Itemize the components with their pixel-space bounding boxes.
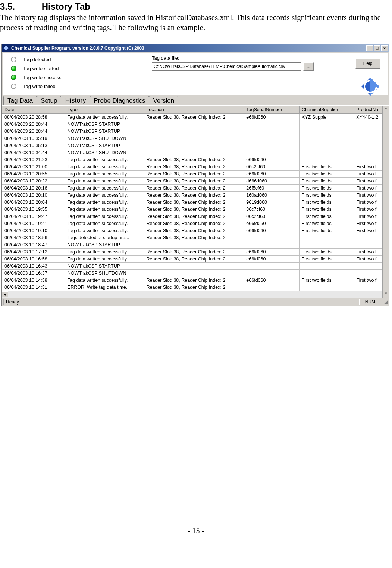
cell-loc: Reader Slot: 38, Reader Chip Index: 2 xyxy=(144,170,244,177)
cell-prod xyxy=(354,262,387,269)
cell-loc: Reader Slot: 38, Reader Chip Index: 2 xyxy=(144,234,244,241)
table-row[interactable]: 06/04/2003 10:21:00Tag data written succ… xyxy=(2,163,387,170)
status-led-icon xyxy=(11,75,16,80)
cell-prod: XY440-1.2 xyxy=(354,113,387,121)
scroll-left-icon[interactable]: ◄ xyxy=(2,291,8,297)
cell-date: 06/04/2003 10:16:43 xyxy=(2,262,65,269)
table-row[interactable]: 06/04/2003 10:14:31ERROR: Write tag data… xyxy=(2,284,387,291)
scroll-down-icon[interactable]: ▼ xyxy=(383,291,389,297)
window-title: Chemical Supplier Program, version 2.0.0… xyxy=(11,46,366,51)
scroll-up-icon[interactable]: ▲ xyxy=(383,106,389,112)
table-row[interactable]: 08/04/2003 20:28:44NOWTrakCSP STARTUP xyxy=(2,128,387,135)
app-window: Chemical Supplier Program, version 2.0.0… xyxy=(1,44,389,306)
cell-loc: Reader Slot: 38, Reader Chip Index: 2 xyxy=(144,227,244,234)
column-header[interactable]: Date xyxy=(2,106,65,113)
table-row[interactable]: 06/04/2003 10:35:19NOWTrakCSP SHUTDOWN xyxy=(2,135,387,142)
cell-prod: First two fi xyxy=(354,213,387,220)
cell-tag xyxy=(244,135,300,142)
cell-date: 06/04/2003 10:21:00 xyxy=(2,163,65,170)
column-header[interactable]: Type xyxy=(65,106,144,113)
cell-date: 06/04/2003 10:19:55 xyxy=(2,206,65,213)
table-row[interactable]: 06/04/2003 10:14:38Tag data written succ… xyxy=(2,277,387,284)
status-led-row: Tag detected xyxy=(6,55,152,64)
table-row[interactable]: 06/04/2003 10:34:44NOWTrakCSP SHUTDOWN xyxy=(2,149,387,156)
close-button[interactable]: × xyxy=(381,45,388,51)
table-row[interactable]: 06/04/2003 10:16:37NOWTrakCSP SHUTDOWN xyxy=(2,269,387,277)
cell-chem: First two fields xyxy=(299,248,354,255)
cell-date: 06/04/2003 10:34:44 xyxy=(2,149,65,156)
table-row[interactable]: 06/04/2003 10:19:41Tag data written succ… xyxy=(2,220,387,227)
vertical-scrollbar[interactable]: ▲ ▼ xyxy=(382,106,389,298)
cell-tag: e66fd060 xyxy=(244,277,300,284)
table-row[interactable]: 06/04/2003 10:18:47NOWTrakCSP STARTUP xyxy=(2,241,387,248)
cell-prod xyxy=(354,128,387,135)
cell-type: Tag data written successfully. xyxy=(65,184,144,191)
cell-chem xyxy=(299,121,354,128)
cell-type: Tag data written successfully. xyxy=(65,277,144,284)
cell-date: 06/04/2003 10:14:31 xyxy=(2,284,65,291)
cell-chem: First two fields xyxy=(299,184,354,191)
company-logo-icon xyxy=(360,76,381,97)
minimize-button[interactable]: _ xyxy=(366,45,373,51)
status-led-icon xyxy=(11,66,16,71)
table-row[interactable]: 08/04/2003 20:28:44NOWTrakCSP STARTUP xyxy=(2,121,387,128)
cell-chem: First two fields xyxy=(299,199,354,206)
table-row[interactable]: 06/04/2003 10:16:43NOWTrakCSP STARTUP xyxy=(2,262,387,269)
cell-tag: 160ad060 xyxy=(244,191,300,199)
resize-grip-icon[interactable]: ◢ xyxy=(381,299,388,305)
table-row[interactable]: 06/04/2003 10:20:10Tag data written succ… xyxy=(2,191,387,199)
cell-loc: Reader Slot: 38, Reader Chip Index: 2 xyxy=(144,248,244,255)
cell-type: Tag data written successfully. xyxy=(65,220,144,227)
tab-version[interactable]: Version xyxy=(149,96,178,106)
cell-type: Tag data written successfully. xyxy=(65,177,144,184)
cell-chem: First two fields xyxy=(299,227,354,234)
table-row[interactable]: 06/04/2003 10:21:23Tag data written succ… xyxy=(2,156,387,163)
cell-date: 08/04/2003 20:28:44 xyxy=(2,128,65,135)
cell-date: 06/04/2003 10:20:16 xyxy=(2,184,65,191)
table-row[interactable]: 08/04/2003 20:28:58Tag data written succ… xyxy=(2,113,387,121)
cell-type: Tag data written successfully. xyxy=(65,248,144,255)
column-header[interactable]: ChemicalSupplier xyxy=(299,106,354,113)
table-row[interactable]: 06/04/2003 10:17:12Tag data written succ… xyxy=(2,248,387,255)
cell-type: Tag data written successfully. xyxy=(65,206,144,213)
table-row[interactable]: 06/04/2003 10:20:04Tag data written succ… xyxy=(2,199,387,206)
help-button[interactable]: Help xyxy=(355,58,380,69)
cell-prod: First two fi xyxy=(354,255,387,262)
tag-data-file-input[interactable] xyxy=(152,62,301,71)
cell-prod: First two fi xyxy=(354,177,387,184)
browse-button[interactable]: ... xyxy=(303,62,314,71)
column-header[interactable]: ProductNa xyxy=(354,106,387,113)
page-number: - 15 - xyxy=(0,527,392,535)
maximize-button[interactable]: □ xyxy=(374,45,380,51)
table-row[interactable]: 06/04/2003 10:19:47Tag data written succ… xyxy=(2,213,387,220)
tab-history[interactable]: History xyxy=(61,96,90,105)
table-row[interactable]: 06/04/2003 10:20:22Tag data written succ… xyxy=(2,177,387,184)
table-row[interactable]: 06/04/2003 10:19:10Tag data written succ… xyxy=(2,227,387,234)
horizontal-scrollbar[interactable]: ◄ ► xyxy=(2,291,389,298)
table-row[interactable]: 06/04/2003 10:20:16Tag data written succ… xyxy=(2,184,387,191)
cell-loc: Reader Slot: 38, Reader Chip Index: 2 xyxy=(144,199,244,206)
cell-type: Tag data written successfully. xyxy=(65,113,144,121)
table-row[interactable]: 06/04/2003 10:35:13NOWTrakCSP STARTUP xyxy=(2,142,387,149)
cell-type: NOWTrakCSP STARTUP xyxy=(65,128,144,135)
cell-type: Tag data written successfully. xyxy=(65,191,144,199)
titlebar: Chemical Supplier Program, version 2.0.0… xyxy=(2,44,389,52)
status-ready: Ready xyxy=(3,299,360,305)
tab-tag-data[interactable]: Tag Data xyxy=(3,96,37,106)
tab-probe-diagnostics[interactable]: Probe Diagnostics xyxy=(90,96,150,106)
table-row[interactable]: 06/04/2003 10:16:58Tag data written succ… xyxy=(2,255,387,262)
cell-date: 06/04/2003 10:19:10 xyxy=(2,227,65,234)
column-header[interactable]: Location xyxy=(144,106,244,113)
history-grid-wrap: DateTypeLocationTagSerialNumberChemicalS… xyxy=(2,105,389,298)
cell-chem xyxy=(299,142,354,149)
table-row[interactable]: 06/04/2003 10:20:55Tag data written succ… xyxy=(2,170,387,177)
section-heading: 3.5. History Tab xyxy=(0,1,392,12)
cell-prod xyxy=(354,121,387,128)
table-row[interactable]: 06/04/2003 10:19:55Tag data written succ… xyxy=(2,206,387,213)
cell-tag xyxy=(244,149,300,156)
column-header[interactable]: TagSerialNumber xyxy=(244,106,300,113)
tab-setup[interactable]: Setup xyxy=(37,96,61,106)
cell-prod: First two fi xyxy=(354,227,387,234)
table-row[interactable]: 06/04/2003 10:18:56Tags detected at star… xyxy=(2,234,387,241)
status-led-row: Tag write started xyxy=(6,64,152,73)
